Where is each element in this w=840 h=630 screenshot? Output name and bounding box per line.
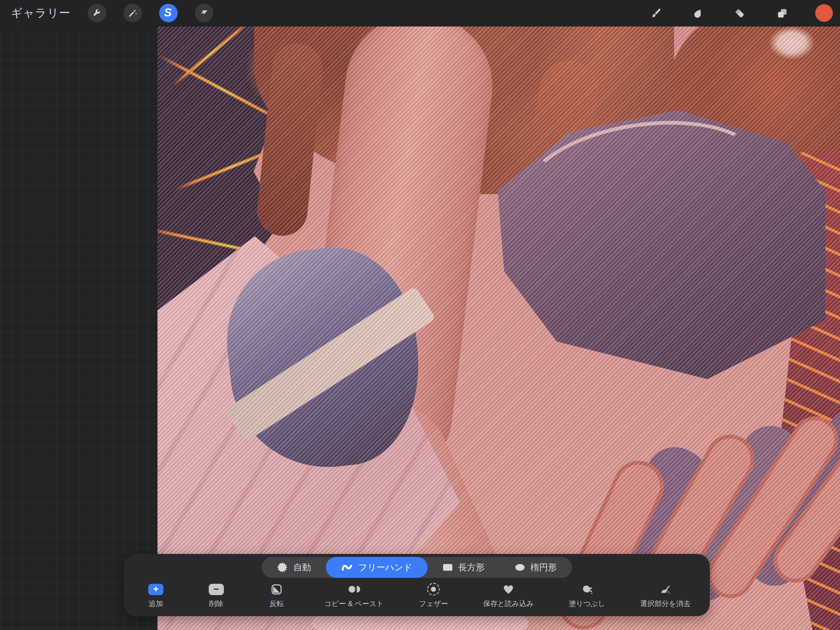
eraser-icon [735,8,746,18]
eraser-tool-button[interactable] [731,4,749,22]
invert-icon [271,584,282,595]
mode-ellipse[interactable]: 楕円形 [500,557,572,578]
add-plus-icon: + [148,584,163,595]
selection-mode-segmented-control: 自動 フリーハンド 長方形 楕円形 [262,557,572,578]
action-label: 削除 [209,599,223,609]
action-save-load[interactable]: 保存と読み込み [483,583,533,609]
selection-stripes-overlay [158,26,840,630]
top-toolbar: ギャラリー S [0,0,840,26]
action-invert[interactable]: 反転 [264,583,289,609]
magic-wand-icon [128,8,137,18]
transform-arrow-icon [199,8,209,18]
paint-tool-button[interactable] [647,4,665,22]
ellipse-icon [515,563,525,572]
action-label: 塗りつぶし [569,599,605,609]
action-label: 選択部分を消去 [640,599,690,609]
mode-label: フリーハンド [358,561,412,573]
starburst-icon [277,562,288,573]
smudge-tool-button[interactable] [689,4,707,22]
action-clear-selection[interactable]: 選択部分を消去 [640,583,690,609]
action-label: 追加 [149,599,163,609]
smudge-icon [693,8,704,18]
action-feather[interactable]: フェザー [419,583,448,609]
remove-minus-icon: − [209,584,224,595]
wrench-icon [92,8,102,18]
layers-icon [777,8,788,19]
selection-tool-button[interactable]: S [159,4,178,22]
mode-label: 自動 [293,561,311,573]
mode-rectangle[interactable]: 長方形 [428,557,500,578]
action-fill[interactable]: 塗りつぶし [569,583,605,609]
copy-paste-icon [348,584,360,595]
selection-actions-row: + 追加 − 削除 反転 [124,578,710,609]
brush-icon [651,8,662,18]
top-toolbar-right [623,4,840,22]
mode-label: 長方形 [458,561,485,573]
actions-button[interactable] [88,4,106,22]
action-remove[interactable]: − 削除 [204,583,229,609]
color-swatch [815,4,833,22]
layers-button[interactable] [773,4,791,22]
selection-s-icon: S [164,6,172,19]
heart-icon [503,584,514,595]
color-button[interactable] [815,4,833,22]
action-label: 保存と読み込み [483,599,533,609]
feather-icon [427,583,440,596]
selection-toolbar-panel: 自動 フリーハンド 長方形 楕円形 [124,554,710,616]
rectangle-icon [443,563,453,572]
adjustments-button[interactable] [123,4,142,22]
gallery-button[interactable]: ギャラリー [11,5,71,21]
mode-freehand[interactable]: フリーハンド [326,557,427,578]
procreate-window: ギャラリー S [0,0,840,630]
action-label: 反転 [269,599,284,609]
drawing-canvas[interactable] [158,26,840,630]
workspace-background-grid [0,26,158,630]
action-copy-paste[interactable]: コピー & ペースト [324,583,384,609]
action-add[interactable]: + 追加 [143,583,168,609]
clear-broom-icon [659,584,671,595]
top-toolbar-left: ギャラリー S [0,4,231,22]
fill-bucket-icon [581,584,593,595]
mode-automatic[interactable]: 自動 [262,557,326,578]
mode-label: 楕円形 [530,561,557,573]
action-label: コピー & ペースト [324,599,384,609]
freehand-icon [341,562,353,572]
action-label: フェザー [419,599,448,609]
transform-tool-button[interactable] [195,4,213,22]
